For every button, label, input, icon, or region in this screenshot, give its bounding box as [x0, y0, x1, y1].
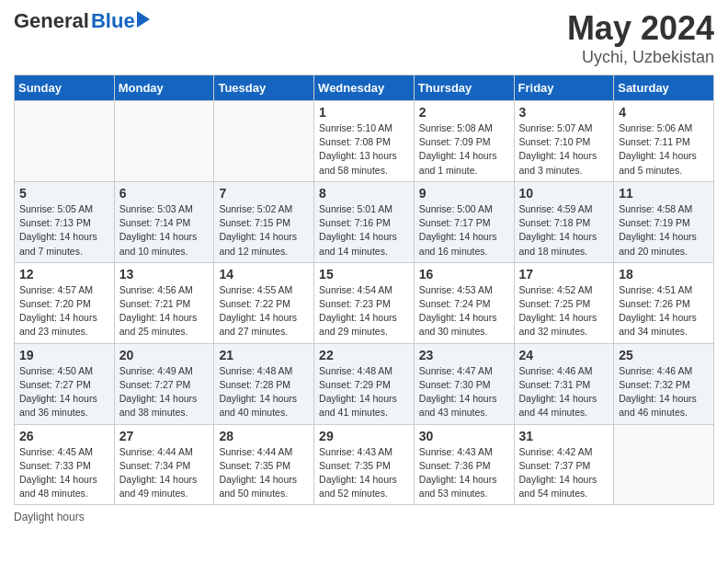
day-number: 1 — [319, 105, 409, 120]
day-info: Sunrise: 4:51 AMSunset: 7:26 PMDaylight:… — [619, 283, 709, 339]
calendar-cell — [614, 424, 714, 505]
calendar-week-row: 26Sunrise: 4:45 AMSunset: 7:33 PMDayligh… — [15, 424, 714, 505]
calendar-cell: 26Sunrise: 4:45 AMSunset: 7:33 PMDayligh… — [15, 424, 115, 505]
calendar-cell: 25Sunrise: 4:46 AMSunset: 7:32 PMDayligh… — [614, 343, 714, 424]
calendar-cell — [15, 101, 115, 182]
day-info: Sunrise: 4:53 AMSunset: 7:24 PMDaylight:… — [419, 283, 509, 339]
day-number: 26 — [19, 429, 109, 443]
day-info: Sunrise: 4:46 AMSunset: 7:31 PMDaylight:… — [519, 364, 609, 420]
calendar-cell: 18Sunrise: 4:51 AMSunset: 7:26 PMDayligh… — [614, 262, 714, 343]
calendar-cell: 24Sunrise: 4:46 AMSunset: 7:31 PMDayligh… — [514, 343, 614, 424]
day-number: 31 — [519, 429, 609, 443]
day-number: 27 — [119, 429, 210, 443]
day-info: Sunrise: 4:47 AMSunset: 7:30 PMDaylight:… — [419, 364, 509, 420]
weekday-header: Thursday — [414, 75, 514, 101]
calendar-cell: 16Sunrise: 4:53 AMSunset: 7:24 PMDayligh… — [414, 262, 514, 343]
calendar-cell: 22Sunrise: 4:48 AMSunset: 7:29 PMDayligh… — [314, 343, 415, 424]
calendar-week-row: 1Sunrise: 5:10 AMSunset: 7:08 PMDaylight… — [15, 101, 714, 182]
calendar-cell: 17Sunrise: 4:52 AMSunset: 7:25 PMDayligh… — [514, 262, 614, 343]
day-info: Sunrise: 4:46 AMSunset: 7:32 PMDaylight:… — [619, 364, 709, 420]
calendar-cell: 2Sunrise: 5:08 AMSunset: 7:09 PMDaylight… — [414, 101, 514, 182]
calendar-cell: 15Sunrise: 4:54 AMSunset: 7:23 PMDayligh… — [314, 262, 415, 343]
day-info: Sunrise: 4:58 AMSunset: 7:19 PMDaylight:… — [619, 202, 709, 259]
calendar-cell — [114, 101, 214, 182]
calendar-cell: 21Sunrise: 4:48 AMSunset: 7:28 PMDayligh… — [214, 343, 314, 424]
day-info: Sunrise: 4:48 AMSunset: 7:29 PMDaylight:… — [319, 364, 409, 420]
calendar-cell: 12Sunrise: 4:57 AMSunset: 7:20 PMDayligh… — [15, 262, 115, 343]
calendar-week-row: 19Sunrise: 4:50 AMSunset: 7:27 PMDayligh… — [15, 343, 714, 424]
day-number: 12 — [19, 267, 109, 282]
day-number: 19 — [19, 348, 109, 362]
day-info: Sunrise: 4:44 AMSunset: 7:34 PMDaylight:… — [119, 445, 210, 501]
calendar-cell: 3Sunrise: 5:07 AMSunset: 7:10 PMDaylight… — [514, 101, 614, 182]
day-number: 14 — [219, 267, 309, 282]
day-info: Sunrise: 4:59 AMSunset: 7:18 PMDaylight:… — [519, 202, 609, 259]
weekday-header: Tuesday — [214, 75, 314, 101]
day-number: 11 — [619, 186, 709, 201]
calendar-cell — [214, 101, 314, 182]
day-info: Sunrise: 4:52 AMSunset: 7:25 PMDaylight:… — [519, 283, 609, 339]
day-info: Sunrise: 5:08 AMSunset: 7:09 PMDaylight:… — [419, 121, 509, 178]
calendar-cell: 30Sunrise: 4:43 AMSunset: 7:36 PMDayligh… — [414, 424, 514, 505]
logo: General Blue — [14, 9, 150, 33]
day-info: Sunrise: 5:10 AMSunset: 7:08 PMDaylight:… — [319, 121, 409, 178]
day-info: Sunrise: 5:03 AMSunset: 7:14 PMDaylight:… — [119, 202, 210, 259]
day-info: Sunrise: 4:48 AMSunset: 7:28 PMDaylight:… — [219, 364, 309, 420]
calendar-cell: 1Sunrise: 5:10 AMSunset: 7:08 PMDaylight… — [314, 101, 415, 182]
calendar-cell: 20Sunrise: 4:49 AMSunset: 7:27 PMDayligh… — [114, 343, 214, 424]
calendar-cell: 7Sunrise: 5:02 AMSunset: 7:15 PMDaylight… — [214, 181, 314, 262]
day-info: Sunrise: 5:05 AMSunset: 7:13 PMDaylight:… — [19, 202, 109, 259]
day-info: Sunrise: 5:02 AMSunset: 7:15 PMDaylight:… — [219, 202, 309, 259]
logo-blue: Blue — [91, 9, 135, 33]
day-info: Sunrise: 4:56 AMSunset: 7:21 PMDaylight:… — [119, 283, 210, 339]
calendar-week-row: 12Sunrise: 4:57 AMSunset: 7:20 PMDayligh… — [15, 262, 714, 343]
calendar-cell: 13Sunrise: 4:56 AMSunset: 7:21 PMDayligh… — [114, 262, 214, 343]
day-number: 3 — [519, 105, 609, 120]
calendar-week-row: 5Sunrise: 5:05 AMSunset: 7:13 PMDaylight… — [15, 181, 714, 262]
calendar-cell: 6Sunrise: 5:03 AMSunset: 7:14 PMDaylight… — [114, 181, 214, 262]
day-info: Sunrise: 4:49 AMSunset: 7:27 PMDaylight:… — [119, 364, 210, 420]
day-number: 8 — [319, 186, 409, 201]
weekday-header: Wednesday — [314, 75, 415, 101]
calendar-cell: 9Sunrise: 5:00 AMSunset: 7:17 PMDaylight… — [414, 181, 514, 262]
day-info: Sunrise: 5:07 AMSunset: 7:10 PMDaylight:… — [519, 121, 609, 178]
day-number: 16 — [419, 267, 509, 282]
calendar-cell: 8Sunrise: 5:01 AMSunset: 7:16 PMDaylight… — [314, 181, 415, 262]
calendar-cell: 19Sunrise: 4:50 AMSunset: 7:27 PMDayligh… — [15, 343, 115, 424]
day-number: 4 — [619, 105, 709, 120]
title-area: May 2024 Uychi, Uzbekistan — [567, 9, 714, 67]
day-number: 25 — [619, 348, 709, 362]
day-number: 18 — [619, 267, 709, 282]
day-number: 20 — [119, 348, 210, 362]
calendar-table: SundayMondayTuesdayWednesdayThursdayFrid… — [14, 75, 714, 505]
day-info: Sunrise: 5:01 AMSunset: 7:16 PMDaylight:… — [319, 202, 409, 259]
calendar-cell: 29Sunrise: 4:43 AMSunset: 7:35 PMDayligh… — [314, 424, 415, 505]
day-number: 30 — [419, 429, 509, 443]
day-info: Sunrise: 5:00 AMSunset: 7:17 PMDaylight:… — [419, 202, 509, 259]
day-info: Sunrise: 4:55 AMSunset: 7:22 PMDaylight:… — [219, 283, 309, 339]
day-number: 9 — [419, 186, 509, 201]
day-number: 15 — [319, 267, 409, 282]
day-info: Sunrise: 4:45 AMSunset: 7:33 PMDaylight:… — [19, 445, 109, 501]
calendar-cell: 4Sunrise: 5:06 AMSunset: 7:11 PMDaylight… — [614, 101, 714, 182]
day-info: Sunrise: 4:57 AMSunset: 7:20 PMDaylight:… — [19, 283, 109, 339]
day-number: 22 — [319, 348, 409, 362]
page: General Blue May 2024 Uychi, Uzbekistan … — [0, 0, 728, 533]
logo-text: General Blue — [14, 9, 150, 33]
day-number: 17 — [519, 267, 609, 282]
calendar-cell: 5Sunrise: 5:05 AMSunset: 7:13 PMDaylight… — [15, 181, 115, 262]
weekday-header: Saturday — [614, 75, 714, 101]
day-info: Sunrise: 4:42 AMSunset: 7:37 PMDaylight:… — [519, 445, 609, 501]
day-number: 13 — [119, 267, 210, 282]
day-number: 2 — [419, 105, 509, 120]
day-number: 21 — [219, 348, 309, 362]
location-title: Uychi, Uzbekistan — [567, 48, 714, 67]
calendar-cell: 14Sunrise: 4:55 AMSunset: 7:22 PMDayligh… — [214, 262, 314, 343]
calendar-cell: 31Sunrise: 4:42 AMSunset: 7:37 PMDayligh… — [514, 424, 614, 505]
day-number: 28 — [219, 429, 309, 443]
day-info: Sunrise: 4:43 AMSunset: 7:36 PMDaylight:… — [419, 445, 509, 501]
day-number: 6 — [119, 186, 210, 201]
day-number: 10 — [519, 186, 609, 201]
calendar-cell: 23Sunrise: 4:47 AMSunset: 7:30 PMDayligh… — [414, 343, 514, 424]
logo-general: General — [14, 9, 89, 33]
